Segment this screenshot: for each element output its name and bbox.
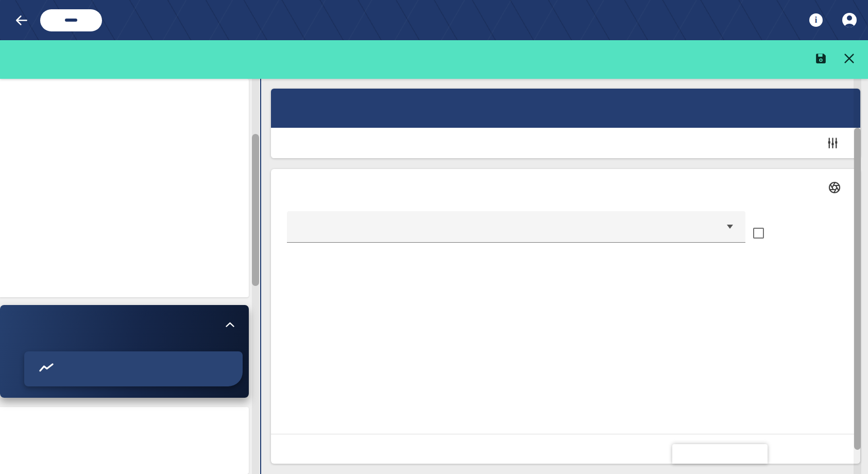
save-icon[interactable] [814, 52, 827, 67]
sidebar-group-logs [0, 305, 249, 398]
filter-by-select[interactable] [287, 211, 745, 243]
sidebar-item-audit-logs[interactable] [24, 351, 243, 386]
footer-divider [271, 434, 860, 434]
widget-category-list-bottom [0, 407, 249, 474]
basiskonfiguration-section[interactable] [271, 128, 860, 158]
info-icon[interactable] [809, 13, 823, 27]
sidebar-item-logs[interactable] [0, 305, 249, 344]
caret-down-icon [727, 225, 733, 229]
chevron-up-icon [226, 322, 234, 327]
basiskonfiguration-tab-button[interactable] [672, 444, 768, 464]
datenauswahl-tab-disabled [785, 444, 842, 464]
sidebar-scrollbar-thumb[interactable] [252, 134, 259, 286]
sliders-icon[interactable] [826, 136, 840, 153]
top-navbar [0, 0, 868, 40]
jumo-logo-text [65, 19, 77, 22]
main-scrollbar-thumb[interactable] [854, 128, 861, 450]
account-circle-icon[interactable] [842, 13, 857, 27]
back-arrow-icon[interactable] [13, 12, 29, 28]
subgroups-checkbox[interactable] [753, 228, 764, 239]
close-icon[interactable] [844, 53, 855, 66]
widget-category-list [0, 79, 249, 297]
line-chart-icon [39, 363, 54, 375]
content-divider [260, 79, 261, 474]
navbar-actions [809, 0, 857, 40]
datenauswahl-card [271, 169, 860, 464]
aperture-icon[interactable] [828, 181, 841, 196]
jumo-logo [40, 9, 102, 31]
widget-selection-header [0, 40, 868, 79]
audit-logs-widget-card [271, 89, 860, 158]
subgroups-option [753, 228, 771, 239]
widget-title-bar [271, 89, 860, 128]
widget-selection-screen [0, 0, 868, 474]
